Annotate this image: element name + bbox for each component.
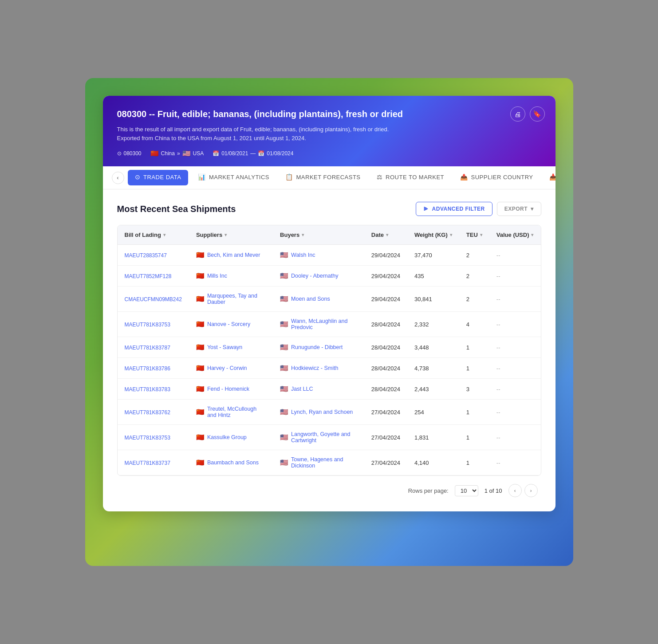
sort-icon-suppliers: ▾ [225,232,227,237]
rows-select-input[interactable]: 10 25 50 [455,485,478,496]
bol-link-3[interactable]: MAEUT781K83753 [125,322,170,328]
bol-link-4[interactable]: MAEUT781K83787 [125,345,170,351]
cell-value-0: -- [489,245,541,266]
page-info: 1 of 10 [485,487,502,494]
cell-value-7: -- [489,400,541,425]
cell-weight-2: 30,841 [407,287,459,312]
col-value: Value (USD) ▾ [489,225,541,245]
buyer-name-7[interactable]: Lynch, Ryan and Schoen [291,409,353,415]
bol-link-1[interactable]: MAEUT7852MF128 [125,273,172,279]
buyer-name-5[interactable]: Hodkiewicz - Smith [291,365,338,371]
bol-link-7[interactable]: MAEUT781K83762 [125,409,170,416]
bol-link-8[interactable]: MAEUT781K83753 [125,435,170,441]
cell-date-4: 28/04/2024 [364,337,407,358]
supplier-name-9[interactable]: Baumbach and Sons [207,459,259,466]
cell-weight-9: 4,140 [407,450,459,475]
cell-supplier-3: 🇨🇳 Nanove - Sorcery [189,312,273,337]
cell-teu-5: 1 [459,358,489,379]
cell-teu-7: 1 [459,400,489,425]
cell-supplier-9: 🇨🇳 Baumbach and Sons [189,450,273,475]
header-description: This is the result of all import and exp… [117,125,541,142]
supplier-name-6[interactable]: Fend - Homenick [207,386,249,392]
cell-bol-4: MAEUT781K83787 [118,337,189,358]
bol-link-2[interactable]: CMAEUCFMN09MB242 [125,296,182,302]
supplier-name-5[interactable]: Harvey - Corwin [207,365,247,371]
supplier-name-7[interactable]: Treutel, McCullough and Hintz [207,406,266,418]
buyer-name-2[interactable]: Moen and Sons [291,296,330,302]
buyer-name-1[interactable]: Dooley - Abernathy [291,273,338,279]
bol-link-5[interactable]: MAEUT781K83786 [125,365,170,372]
buyer-name-9[interactable]: Towne, Hagenes and Dickinson [291,456,357,469]
cell-bol-8: MAEUT781K83753 [118,425,189,450]
bol-link-9[interactable]: MAEUT781K83737 [125,460,170,466]
buyer-name-3[interactable]: Wann, McLaughlin and Predovic [291,318,357,330]
header-banner: 080300 -- Fruit, edible; bananas, (inclu… [103,96,556,166]
cell-buyer-1: 🇺🇸 Dooley - Abernathy [273,266,364,287]
tab-supplier-country[interactable]: 📤 SUPPLIER COUNTRY [452,166,541,189]
table-row: MAEUT781K83762 🇨🇳 Treutel, McCullough an… [118,400,541,425]
nav-prev-button[interactable]: ‹ [112,172,124,184]
cell-value-6: -- [489,379,541,400]
cell-date-1: 29/04/2024 [364,266,407,287]
header-meta: ⊙ 080300 🇨🇳 China » 🇺🇸 USA 📅 01/08/2021 … [117,149,541,157]
page-title: 080300 -- Fruit, edible; bananas, (inclu… [117,108,541,120]
col-buyers: Buyers ▾ [273,225,364,245]
buyer-flag-0: 🇺🇸 [280,251,288,259]
section-header: Most Recent Sea Shipments ⫸ ADVANCED FIL… [117,202,541,216]
cell-buyer-7: 🇺🇸 Lynch, Ryan and Schoen [273,400,364,425]
tab-buyer-country[interactable]: 📥 BUYER COUNTRY [541,166,556,189]
table-row: MAEUT781K83753 🇨🇳 Nanove - Sorcery 🇺🇸 Wa… [118,312,541,337]
supplier-flag-8: 🇨🇳 [196,433,205,441]
buyer-flag-7: 🇺🇸 [280,408,288,416]
bookmark-button[interactable]: 🔖 [530,106,545,122]
table-row: MAEUT781K83783 🇨🇳 Fend - Homenick 🇺🇸 Jas… [118,379,541,400]
cell-weight-5: 4,738 [407,358,459,379]
hs-code-meta: ⊙ 080300 [117,150,142,157]
cell-bol-7: MAEUT781K83762 [118,400,189,425]
next-page-button[interactable]: › [524,484,538,497]
buyer-name-0[interactable]: Walsh Inc [291,252,315,258]
market-analytics-icon: 📊 [198,173,206,181]
nav-tabs-bar: ‹ ⊙ TRADE DATA 📊 MARKET ANALYTICS 📋 MARK… [103,166,556,189]
buyer-flag-8: 🇺🇸 [280,433,288,441]
rows-per-page-selector: 10 25 50 [455,485,478,496]
supplier-name-4[interactable]: Yost - Sawayn [207,344,242,350]
buyer-name-8[interactable]: Langworth, Goyette and Cartwright [291,431,357,444]
cell-weight-0: 37,470 [407,245,459,266]
prev-page-button[interactable]: ‹ [508,484,522,497]
cell-teu-1: 2 [459,266,489,287]
table-row: MAEUT781K83737 🇨🇳 Baumbach and Sons 🇺🇸 T… [118,450,541,475]
supplier-name-1[interactable]: Mills Inc [207,273,227,279]
supplier-name-0[interactable]: Bech, Kim and Mever [207,252,260,258]
supplier-flag-1: 🇨🇳 [196,272,205,280]
cell-weight-8: 1,831 [407,425,459,450]
cell-bol-0: MAEUT28835747 [118,245,189,266]
col-bol: Bill of Lading ▾ [118,225,189,245]
cell-date-5: 28/04/2024 [364,358,407,379]
buyer-name-6[interactable]: Jast LLC [291,386,313,392]
advanced-filter-button[interactable]: ⫸ ADVANCED FILTER [416,202,493,216]
tab-trade-data[interactable]: ⊙ TRADE DATA [128,170,189,185]
supplier-name-3[interactable]: Nanove - Sorcery [207,321,250,327]
buyer-name-4[interactable]: Runugunde - Dibbert [291,344,343,350]
table-row: MAEUT781K83787 🇨🇳 Yost - Sawayn 🇺🇸 Runug… [118,337,541,358]
filter-icon: ⫸ [423,206,429,212]
cell-bol-3: MAEUT781K83753 [118,312,189,337]
cell-buyer-3: 🇺🇸 Wann, McLaughlin and Predovic [273,312,364,337]
cell-date-0: 29/04/2024 [364,245,407,266]
supplier-name-8[interactable]: Kassulke Group [207,434,247,440]
tab-route-to-market[interactable]: ⚖ ROUTE TO MARKET [369,166,452,189]
supplier-name-2[interactable]: Marqupees, Tay and Dauber [207,293,266,305]
tab-market-analytics[interactable]: 📊 MARKET ANALYTICS [190,166,277,189]
cell-buyer-6: 🇺🇸 Jast LLC [273,379,364,400]
cell-supplier-0: 🇨🇳 Bech, Kim and Mever [189,245,273,266]
print-button[interactable]: 🖨 [510,106,525,122]
export-button[interactable]: EXPORT ▾ [497,202,541,216]
tab-market-forecasts[interactable]: 📋 MARKET FORECASTS [277,166,369,189]
sort-icon-value: ▾ [531,232,533,237]
prev-page-icon: ‹ [514,488,516,493]
bol-link-0[interactable]: MAEUT28835747 [125,252,167,259]
bol-link-6[interactable]: MAEUT781K83783 [125,386,170,393]
buyer-flag-1: 🇺🇸 [280,272,288,280]
buyer-flag-2: 🇺🇸 [280,295,288,303]
